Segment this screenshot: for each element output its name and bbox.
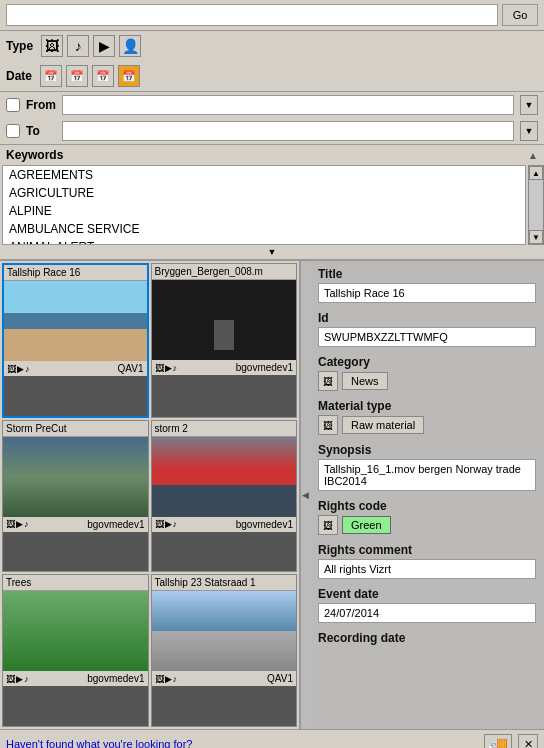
recording-date-label: Recording date [318,631,536,645]
date-icon-4[interactable]: 📅 [118,65,140,87]
thumb-user: bgovmedev1 [87,673,144,684]
thumb-img-icon: 🖼 [155,363,164,373]
id-field: Id SWUPMBXZZLTTWMFQ [318,311,536,347]
search-input[interactable] [6,4,498,26]
thumb-user: bgovmedev1 [236,519,293,530]
rights-code-label: Rights code [318,499,536,513]
keywords-label: Keywords [6,148,63,162]
keywords-bottom-arrows: ▼ [0,245,544,259]
material-type-value-row: 🖼 Raw material [318,415,536,435]
thumb-icons: 🖼▶♪ [155,519,178,529]
bottom-truck-icon[interactable]: 🚚 [484,734,512,748]
keywords-scroll-up[interactable]: ▲ [528,150,538,161]
type-image-icon[interactable]: 🖼 [41,35,63,57]
detail-panel: Title Tallship Race 16 Id SWUPMBXZZLTTWM… [310,261,544,729]
thumb-vid-icon: ▶ [165,519,172,529]
material-type-field: Material type 🖼 Raw material [318,399,536,435]
thumb-user: bgovmedev1 [87,519,144,530]
thumb-icons: 🖼▶♪ [7,364,30,374]
keyword-item[interactable]: AGREEMENTS [3,166,525,184]
go-button[interactable]: Go [502,4,538,26]
date-icon-3[interactable]: 📅 [92,65,114,87]
thumb-title: Bryggen_Bergen_008.m [152,264,297,280]
thumbnail-item[interactable]: Tallship Race 16🖼▶♪QAV1 [2,263,149,418]
keyword-item[interactable]: ALPINE [3,202,525,220]
event-date-field: Event date 24/07/2014 [318,587,536,623]
from-checkbox[interactable] [6,98,20,112]
thumb-user: QAV1 [267,673,293,684]
from-to-section: From 28/08/2014 ▼ To 11/09/2014 ▼ [0,92,544,144]
thumb-title: storm 2 [152,421,297,437]
rights-code-value-row: 🖼 Green [318,515,536,535]
thumbnail-item[interactable]: Storm PreCut🖼▶♪bgovmedev1 [2,420,149,573]
type-audio-icon[interactable]: ♪ [67,35,89,57]
bottom-search-text[interactable]: Haven't found what you're looking for? [6,738,478,748]
from-date-input[interactable]: 28/08/2014 [62,95,514,115]
thumb-aud-icon: ♪ [173,674,178,684]
category-field: Category 🖼 News [318,355,536,391]
thumb-aud-icon: ♪ [173,363,178,373]
thumb-vid-icon: ▶ [165,363,172,373]
recording-date-field: Recording date [318,631,536,645]
thumb-img-icon: 🖼 [155,519,164,529]
rights-comment-field: Rights comment All rights Vizrt [318,543,536,579]
thumb-aud-icon: ♪ [173,519,178,529]
keywords-scroll-up-btn[interactable]: ▲ [529,166,543,180]
title-label: Title [318,267,536,281]
type-person-icon[interactable]: 👤 [119,35,141,57]
id-value: SWUPMBXZZLTTWMFQ [318,327,536,347]
keyword-item[interactable]: AMBULANCE SERVICE [3,220,525,238]
from-label: From [26,98,56,112]
from-date-dropdown[interactable]: ▼ [520,95,538,115]
synopsis-label: Synopsis [318,443,536,457]
thumbnail-item[interactable]: Tallship 23 Statsraad 1🖼▶♪QAV1 [151,574,298,727]
thumb-aud-icon: ♪ [25,364,30,374]
bottom-bar: Haven't found what you're looking for? 🚚… [0,729,544,748]
from-row: From 28/08/2014 ▼ [0,92,544,118]
thumb-vid-icon: ▶ [16,519,23,529]
thumb-icons: 🖼▶♪ [6,519,29,529]
keywords-scrollbar: ▲ ▼ [528,165,544,245]
thumbnail-grid: Tallship Race 16🖼▶♪QAV1Bryggen_Bergen_00… [0,261,299,729]
keywords-list[interactable]: AGREEMENTSAGRICULTUREALPINEAMBULANCE SER… [2,165,526,245]
thumb-vid-icon: ▶ [17,364,24,374]
thumb-img-icon: 🖼 [7,364,16,374]
rights-comment-value: All rights Vizrt [318,559,536,579]
category-icon: 🖼 [318,371,338,391]
material-type-tag: Raw material [342,416,424,434]
thumb-title: Tallship Race 16 [4,265,147,281]
thumb-vid-icon: ▶ [16,674,23,684]
type-label: Type [6,39,33,53]
date-label: Date [6,69,32,83]
rights-code-icon: 🖼 [318,515,338,535]
search-bar: Go [0,0,544,31]
thumb-img-icon: 🖼 [6,674,15,684]
thumbnail-item[interactable]: Trees🖼▶♪bgovmedev1 [2,574,149,727]
main-content: Tallship Race 16🖼▶♪QAV1Bryggen_Bergen_00… [0,259,544,729]
date-icon-2[interactable]: 📅 [66,65,88,87]
collapse-panel-arrow[interactable]: ◀ [300,261,310,729]
to-date-input[interactable]: 11/09/2014 [62,121,514,141]
to-checkbox[interactable] [6,124,20,138]
rights-code-field: Rights code 🖼 Green [318,499,536,535]
rights-code-tag: Green [342,516,391,534]
synopsis-field: Synopsis Tallship_16_1.mov bergen Norway… [318,443,536,491]
to-date-dropdown[interactable]: ▼ [520,121,538,141]
category-value-row: 🖼 News [318,371,536,391]
keywords-scroll-down-btn[interactable]: ▼ [529,230,543,244]
thumb-title: Tallship 23 Statsraad 1 [152,575,297,591]
keyword-item[interactable]: ANIMAL ALERT [3,238,525,245]
date-icon-1[interactable]: 📅 [40,65,62,87]
bottom-close-icon[interactable]: ✕ [518,734,538,748]
to-row: To 11/09/2014 ▼ [0,118,544,144]
thumb-icons: 🖼▶♪ [155,363,178,373]
event-date-value: 24/07/2014 [318,603,536,623]
thumb-aud-icon: ♪ [24,519,29,529]
thumbnail-panel: Tallship Race 16🖼▶♪QAV1Bryggen_Bergen_00… [0,261,300,729]
thumbnail-item[interactable]: Bryggen_Bergen_008.m🖼▶♪bgovmedev1 [151,263,298,418]
type-video-icon[interactable]: ▶ [93,35,115,57]
thumbnail-item[interactable]: storm 2🖼▶♪bgovmedev1 [151,420,298,573]
id-label: Id [318,311,536,325]
keywords-scroll-down-arrow[interactable]: ▼ [268,247,277,257]
keyword-item[interactable]: AGRICULTURE [3,184,525,202]
